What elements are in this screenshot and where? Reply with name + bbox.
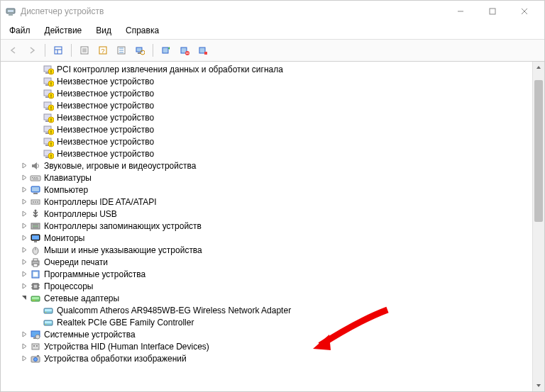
- expander-icon[interactable]: [19, 173, 29, 183]
- svg-rect-97: [34, 300, 35, 301]
- tree-item-device[interactable]: Qualcomm Atheros AR9485WB-EG Wireless Ne…: [2, 304, 532, 316]
- expander-icon[interactable]: [19, 281, 29, 291]
- svg-rect-21: [138, 52, 141, 54]
- tree-item-category[interactable]: Контроллеры USB: [2, 208, 532, 220]
- menu-help[interactable]: Справка: [120, 23, 165, 38]
- tree-item-label: Мыши и иные указывающие устройства: [44, 245, 202, 255]
- list-button[interactable]: [113, 42, 130, 59]
- svg-rect-102: [45, 321, 52, 323]
- tree-item-category[interactable]: Мониторы: [2, 232, 532, 244]
- expander-icon[interactable]: [19, 257, 29, 267]
- properties-button[interactable]: [76, 42, 93, 59]
- tree-item-category[interactable]: Клавиатуры: [2, 172, 532, 184]
- expander-icon[interactable]: [19, 269, 29, 279]
- help-button[interactable]: ?: [94, 42, 111, 59]
- imaging-icon: [30, 353, 41, 364]
- nav-back-button[interactable]: [5, 42, 22, 59]
- tree-item-unknown-device[interactable]: !Неизвестное устройство: [2, 75, 532, 87]
- tree-item-category[interactable]: Процессоры: [2, 280, 532, 292]
- tree-item-unknown-device[interactable]: !PCI контроллер извлечения данных и обра…: [2, 63, 532, 75]
- expander-icon[interactable]: [19, 330, 29, 340]
- maximize-button[interactable]: [476, 1, 508, 21]
- svg-rect-2: [9, 14, 13, 16]
- expander-icon[interactable]: [19, 245, 29, 255]
- svg-text:!: !: [50, 130, 52, 135]
- disable-button[interactable]: [194, 42, 211, 59]
- uninstall-button[interactable]: [176, 42, 193, 59]
- menu-view[interactable]: Вид: [90, 23, 117, 38]
- svg-rect-87: [33, 272, 38, 276]
- show-hide-tree-button[interactable]: [50, 42, 67, 59]
- close-button[interactable]: [508, 1, 540, 21]
- tree-item-unknown-device[interactable]: !Неизвестное устройство: [2, 111, 532, 123]
- svg-rect-108: [33, 345, 35, 347]
- titlebar: Диспетчер устройств: [1, 1, 544, 22]
- svg-rect-63: [34, 177, 35, 178]
- tree-item-category[interactable]: Звуковые, игровые и видеоустройства: [2, 159, 532, 172]
- tree-item-label: Компьютер: [44, 185, 88, 195]
- tree-item-category[interactable]: Компьютер: [2, 184, 532, 196]
- tree-item-category[interactable]: Сетевые адаптеры: [2, 292, 532, 304]
- warn-icon: !: [43, 88, 54, 99]
- app-icon: [5, 6, 16, 17]
- storage-icon: [30, 220, 41, 232]
- expander-icon[interactable]: [19, 209, 29, 219]
- tree-item-unknown-device[interactable]: !Неизвестное устройство: [2, 87, 532, 99]
- update-driver-button[interactable]: [158, 42, 175, 59]
- tree-item-label: Клавиатуры: [44, 173, 92, 183]
- tree-item-category[interactable]: Контроллеры запоминающих устройств: [2, 220, 532, 232]
- expander-icon[interactable]: [19, 354, 29, 364]
- device-tree[interactable]: !PCI контроллер извлечения данных и обра…: [1, 62, 532, 391]
- tree-item-label: Контроллеры запоминающих устройств: [44, 221, 202, 231]
- tree-item-label: Неизвестное устройство: [57, 77, 154, 86]
- tree-item-label: Неизвестное устройство: [57, 89, 154, 99]
- svg-rect-109: [36, 345, 38, 347]
- minimize-button[interactable]: [444, 1, 476, 21]
- tree-item-unknown-device[interactable]: !Неизвестное устройство: [2, 99, 532, 111]
- tree-item-device[interactable]: Realtek PCIe GBE Family Controller: [2, 316, 532, 328]
- scroll-down-button[interactable]: [533, 380, 544, 391]
- tree-item-label: Неизвестное устройство: [57, 101, 154, 111]
- expander-icon[interactable]: [19, 233, 29, 243]
- warn-icon: !: [43, 112, 54, 123]
- cpu-icon: [30, 281, 41, 292]
- nav-forward-button[interactable]: [23, 42, 40, 59]
- tree-item-unknown-device[interactable]: !Неизвестное устройство: [2, 123, 532, 135]
- expander-icon[interactable]: [19, 342, 29, 352]
- svg-rect-80: [34, 241, 37, 242]
- menu-action[interactable]: Действие: [39, 23, 88, 38]
- tree-item-category[interactable]: Очереди печати: [2, 256, 532, 268]
- scroll-track[interactable]: [533, 73, 544, 380]
- expander-icon[interactable]: [19, 161, 29, 171]
- svg-rect-64: [36, 177, 38, 178]
- tree-item-label: Qualcomm Atheros AR9485WB-EG Wireless Ne…: [57, 306, 291, 315]
- tree-item-label: Сетевые адаптеры: [44, 293, 119, 303]
- tree-item-category[interactable]: Программные устройства: [2, 268, 532, 280]
- window-title: Диспетчер устройств: [21, 6, 444, 16]
- tree-item-category[interactable]: Устройства обработки изображений: [2, 352, 532, 364]
- scroll-thumb[interactable]: [534, 80, 543, 222]
- vertical-scrollbar[interactable]: [532, 62, 544, 391]
- scroll-up-button[interactable]: [533, 62, 544, 73]
- tree-item-category[interactable]: Контроллеры IDE ATA/ATAPI: [2, 196, 532, 208]
- svg-rect-62: [32, 177, 33, 178]
- monitor-icon: [30, 233, 41, 244]
- tree-item-category[interactable]: Устройства HID (Human Interface Devices): [2, 340, 532, 352]
- tree-item-category[interactable]: Мыши и иные указывающие устройства: [2, 244, 532, 256]
- expander-icon[interactable]: [19, 293, 29, 303]
- printer-icon: [30, 257, 41, 268]
- svg-rect-84: [33, 259, 38, 261]
- tree-item-unknown-device[interactable]: !Неизвестное устройство: [2, 135, 532, 147]
- expander-icon[interactable]: [19, 221, 29, 231]
- netchild-icon: [43, 317, 54, 328]
- scan-button[interactable]: [131, 42, 148, 59]
- expander-icon[interactable]: [19, 197, 29, 207]
- tree-item-unknown-device[interactable]: !Неизвестное устройство: [2, 147, 532, 159]
- system-icon: [30, 329, 41, 340]
- expander-icon[interactable]: [19, 185, 29, 195]
- tree-item-label: PCI контроллер извлечения данных и обраб…: [57, 65, 283, 74]
- tree-item-label: Контроллеры IDE ATA/ATAPI: [44, 197, 157, 207]
- tree-item-label: Устройства обработки изображений: [44, 354, 187, 364]
- tree-item-category[interactable]: Системные устройства: [2, 328, 532, 340]
- menu-file[interactable]: Файл: [4, 23, 36, 38]
